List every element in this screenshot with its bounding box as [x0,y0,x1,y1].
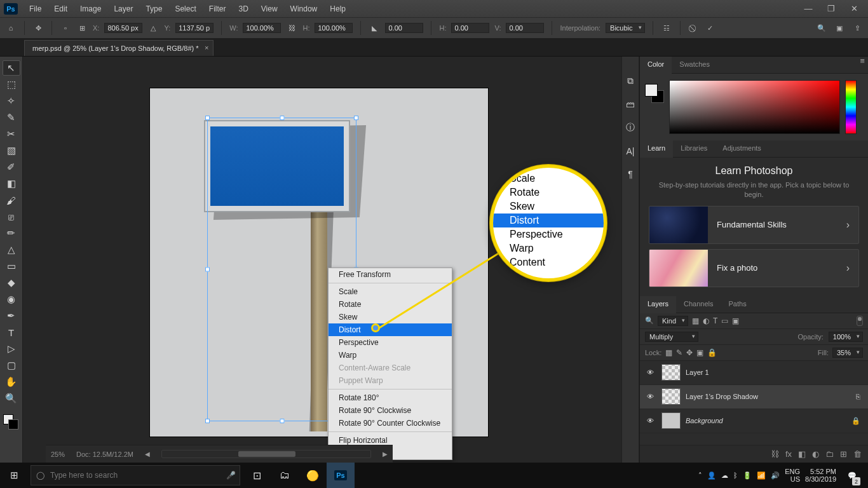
menu-file[interactable]: File [23,2,48,16]
tab-adjustments[interactable]: Adjustments [715,140,769,157]
link-wh-icon[interactable]: ⛓ [286,22,297,34]
tray-wifi-icon[interactable]: 📶 [757,471,766,480]
learn-card-fundamental[interactable]: Fundamental Skills › [649,206,859,244]
ref-grid-icon[interactable]: ⊞ [76,22,88,34]
info-icon[interactable]: ⓘ [626,122,635,133]
x-field[interactable]: 806.50 px [104,23,142,33]
handle-icon[interactable] [205,116,210,120]
color-field[interactable] [669,80,840,134]
tray-chevron-icon[interactable]: ˄ [698,471,702,480]
menu-item-scale[interactable]: Scale [329,285,452,298]
gradient-tool[interactable]: ▭ [3,259,20,274]
brush-tool[interactable]: 🖌 [3,193,20,208]
lock-brush-icon[interactable]: ✎ [676,348,682,357]
swap-xy-icon[interactable]: △ [147,22,159,34]
scroll-right-icon[interactable]: ▶ [383,451,388,458]
menu-image[interactable]: Image [74,2,107,16]
filter-smart-icon[interactable]: ▣ [732,316,739,325]
blur-tool[interactable]: ◆ [3,275,20,290]
warp-mode-icon[interactable]: ☷ [661,22,672,34]
tab-color[interactable]: Color [640,57,672,74]
start-button[interactable]: ⊞ [0,463,28,488]
canvas-area[interactable]: Free Transform Scale Rotate Skew Distort… [23,57,621,463]
tray-bluetooth-icon[interactable]: ᛒ [733,471,738,479]
history-brush-tool[interactable]: ✏ [3,226,20,241]
photoshop-icon[interactable]: Ps [327,463,355,488]
menu-item-rotate[interactable]: Rotate [329,298,452,311]
commit-transform-icon[interactable]: ✓ [705,22,716,34]
shape-tool[interactable]: ▢ [3,358,20,373]
layer-fx-icon[interactable]: ⎘ [852,393,864,400]
eyedropper-tool[interactable]: ✐ [3,159,20,175]
file-explorer-icon[interactable]: 🗂 [271,463,299,488]
transform-icon[interactable]: ✥ [32,22,44,34]
eraser-tool[interactable]: △ [3,242,20,257]
search-icon[interactable]: 🔍 [816,22,827,34]
menu-window[interactable]: Window [284,2,324,16]
scroll-left-icon[interactable]: ◀ [145,451,150,458]
tray-people-icon[interactable]: 👤 [707,471,716,480]
layers-filter-select[interactable]: Kind [658,316,688,326]
new-group-icon[interactable]: 🗀 [825,449,834,459]
search-input[interactable] [49,470,222,480]
lock-pixels-icon[interactable]: ▦ [665,348,672,357]
path-select-tool[interactable]: ▷ [3,341,20,356]
handle-icon[interactable] [205,419,210,423]
layer-name[interactable]: Layer 1 [686,369,864,376]
libraries-icon[interactable]: 🗃 [626,99,635,109]
filter-adjust-icon[interactable]: ◐ [703,316,709,325]
window-minimize[interactable]: — [797,0,820,17]
h-field[interactable]: 100.00% [315,23,353,33]
handle-icon[interactable] [280,419,284,423]
visibility-icon[interactable]: 👁 [644,393,656,400]
lock-all-icon[interactable]: 🔒 [707,348,717,357]
filter-shape-icon[interactable]: ▭ [721,316,728,325]
handle-icon[interactable] [280,116,284,120]
layer-thumbnail[interactable] [661,388,681,405]
share-icon[interactable]: ⇪ [851,22,863,34]
home-icon[interactable]: ⌂ [5,22,17,34]
menu-select[interactable]: Select [168,2,202,16]
task-view-icon[interactable]: ⊡ [243,463,271,488]
stamp-tool[interactable]: ⎚ [3,209,20,224]
handle-icon[interactable] [205,268,210,272]
marquee-tool[interactable]: ⬚ [3,77,20,92]
menu-help[interactable]: Help [323,2,352,16]
menu-item-warp[interactable]: Warp [329,349,452,362]
filter-pixel-icon[interactable]: ▦ [692,316,699,325]
delete-layer-icon[interactable]: 🗑 [853,449,862,459]
tab-layers[interactable]: Layers [640,296,676,313]
visibility-icon[interactable]: 👁 [644,369,656,376]
cancel-transform-icon[interactable]: ⃠ [688,22,700,34]
bg-swatch[interactable] [8,419,18,430]
layout-icon[interactable]: ▣ [834,22,845,34]
fg-swatch[interactable] [645,84,658,97]
move-tool[interactable]: ↖ [3,60,20,76]
layer-thumbnail[interactable] [661,412,681,429]
tab-learn[interactable]: Learn [640,140,673,158]
properties-icon[interactable]: ⧉ [627,76,634,86]
layer-row[interactable]: 👁 Layer 1 [640,361,868,385]
w-field[interactable]: 100.00% [243,23,281,33]
menu-item-free-transform[interactable]: Free Transform [329,268,452,281]
color-swatch-pair[interactable] [645,84,664,103]
window-restore[interactable]: ❐ [820,0,843,17]
lock-artboard-icon[interactable]: ▣ [696,348,703,357]
layer-name[interactable]: Layer 1's Drop Shadow [686,393,852,400]
action-center-icon[interactable]: 💬2 [841,463,863,488]
horizontal-scrollbar[interactable] [161,450,371,458]
character-icon[interactable]: A| [627,146,635,156]
layer-thumbnail[interactable] [661,364,681,381]
hand-tool[interactable]: ✋ [3,374,20,390]
y-field[interactable]: 1137.50 p [175,23,214,33]
blend-mode-select[interactable]: Multiply [645,332,698,342]
layer-style-icon[interactable]: fx [785,449,792,459]
lasso-tool[interactable]: ✧ [3,93,20,109]
layer-row[interactable]: 👁 Background 🔒 [640,409,868,433]
handle-icon[interactable] [354,116,358,120]
adjustment-layer-icon[interactable]: ◐ [812,449,819,459]
tray-lang2[interactable]: US [790,475,800,483]
visibility-icon[interactable]: 👁 [644,417,656,424]
tab-paths[interactable]: Paths [721,296,754,313]
tray-lang1[interactable]: ENG [785,468,800,475]
